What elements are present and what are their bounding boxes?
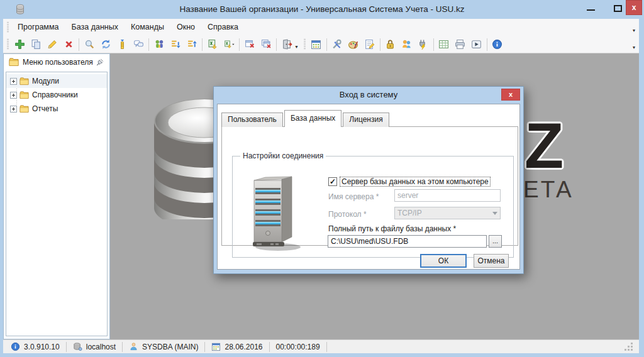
tree-item-reports[interactable]: Отчеты [6,102,107,116]
cancel-button[interactable]: Отмена [474,254,509,268]
dialog-tabs: Пользователь База данных Лицензия [221,110,391,127]
toolbar-grip[interactable] [304,39,306,50]
edit-note-button[interactable] [362,37,377,52]
users-icon [401,39,412,50]
maximize-button[interactable] [614,5,622,12]
printer-button[interactable] [453,37,468,52]
protocol-select[interactable]: TCP/IP [394,207,501,219]
status-separator [204,342,205,352]
pin-icon[interactable] [96,58,104,67]
tree-item-label: Отчеты [32,104,58,113]
version-value: 3.0.910.10 [24,343,60,351]
window-title: Название Вашей организации - Универсальн… [0,0,644,19]
customize-tools-button[interactable] [330,37,345,52]
close-all-windows-icon [261,39,272,50]
expand-plus-icon[interactable] [10,92,17,99]
info-icon [492,39,502,50]
exit-dropdown-icon[interactable]: ▼ [294,45,299,49]
title-bar: Название Вашей организации - Универсальн… [0,0,644,19]
expand-tree-button[interactable] [168,37,183,52]
tree-item-modules[interactable]: Модули [6,74,107,88]
folder-icon [9,58,19,67]
browse-button[interactable]: ... [489,235,502,248]
table-grid-icon [438,39,449,50]
delete-button[interactable] [61,37,76,52]
protocol-label: Протокол * [328,210,367,219]
status-bar: 3.0.910.10 localhost SYSDBA (MAIN) 28.06… [3,339,639,353]
refresh-button[interactable] [98,37,113,52]
add-button[interactable] [12,37,27,52]
menu-window[interactable]: Окно [170,19,201,36]
tab-license[interactable]: Лицензия [343,113,389,127]
db-path-input[interactable] [328,235,487,248]
calendar-button[interactable] [309,37,324,52]
exit-button[interactable] [279,37,294,52]
toolbar-grip[interactable] [7,22,9,33]
close-window-button[interactable] [242,37,257,52]
resize-grip[interactable] [625,343,633,351]
toolbar-separator [148,38,149,51]
palette-icon [348,39,358,50]
dialog-close-button[interactable]: x [501,89,520,101]
close-window-icon [245,39,255,50]
folder-icon [19,91,29,99]
table-grid-button[interactable] [436,37,452,52]
close-button[interactable]: x [626,0,642,15]
lock-button[interactable] [383,37,398,52]
export-excel-button[interactable] [205,37,220,52]
tab-database[interactable]: База данных [284,110,341,127]
collapse-tree-icon [187,39,197,50]
status-timer: 00:00:00:189 [275,343,321,351]
menu-help[interactable]: Справка [201,19,245,36]
close-icon: x [632,3,636,12]
status-host: localhost [72,342,117,351]
close-icon: x [509,91,513,98]
menu-database[interactable]: База данных [65,19,125,36]
power-plug-icon [418,39,428,50]
lock-icon [385,39,396,50]
menu-commands[interactable]: Команды [125,19,170,36]
connection-settings-group: Настройки соединения [232,156,514,258]
server-name-label: Имя сервера * [328,192,379,201]
info-icon [11,342,20,351]
add-icon [14,39,25,50]
status-separator [66,342,67,352]
status-separator [326,342,327,352]
local-server-checkbox-label[interactable]: Сервер базы данных на этом компьютере [340,177,490,186]
host-value: localhost [86,343,116,351]
toolbar-grip[interactable] [7,39,9,50]
menu-program[interactable]: Программа [11,19,65,36]
toolbar-overflow-icon[interactable]: ▾ [633,45,635,50]
info-button[interactable] [490,37,505,52]
copy-button[interactable] [28,37,43,52]
user-groups-button[interactable] [152,37,167,52]
close-all-windows-button[interactable] [258,37,274,52]
database-tab-panel: Настройки соединения [221,126,518,246]
status-user: SYSDBA (MAIN) [128,342,199,351]
local-server-checkbox-row: ✓ Сервер базы данных на этом компьютере [328,177,490,186]
calendar-icon [211,342,221,351]
search-button[interactable] [82,37,97,52]
play-icon [471,39,482,50]
menu-bar: Программа База данных Команды Окно Справ… [3,19,639,36]
comments-icon [133,39,144,50]
tab-user[interactable]: Пользователь [221,113,283,127]
local-server-checkbox[interactable]: ✓ [328,177,337,186]
users-button[interactable] [399,37,414,52]
server-name-input[interactable] [394,189,501,202]
expand-plus-icon[interactable] [10,78,17,85]
expand-plus-icon[interactable] [10,106,17,113]
power-connect-button[interactable] [416,37,431,52]
ok-button[interactable]: ОК [420,254,467,268]
edit-button[interactable] [45,37,60,52]
minimize-button[interactable] [587,9,595,11]
fit-columns-button[interactable] [114,37,130,52]
export-excel-menu-button[interactable] [221,37,236,52]
tree-item-directories[interactable]: Справочники [6,88,107,102]
dialog-title: Вход в систему [214,87,523,104]
comments-button[interactable] [131,37,146,52]
menu-overflow-icon[interactable]: ▾ [633,28,635,33]
appearance-palette-button[interactable] [346,37,361,52]
collapse-tree-button[interactable] [184,37,199,52]
run-play-button[interactable] [469,37,484,52]
